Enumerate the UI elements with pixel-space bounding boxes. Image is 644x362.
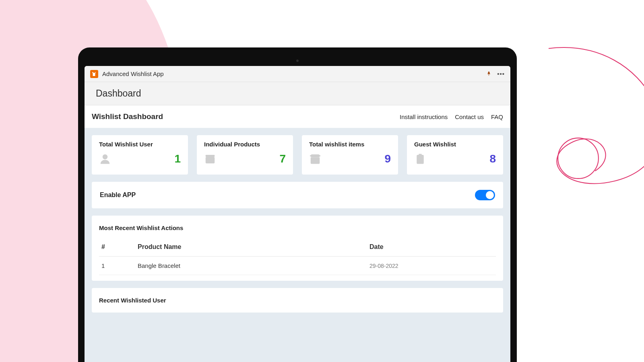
user-icon bbox=[99, 153, 111, 165]
svg-point-0 bbox=[558, 138, 599, 179]
link-faq[interactable]: FAQ bbox=[491, 113, 503, 120]
enable-app-toggle[interactable] bbox=[475, 190, 495, 200]
link-install-instructions[interactable]: Install instructions bbox=[400, 113, 448, 120]
stat-card-individual-products: Individual Products 7 bbox=[197, 135, 293, 175]
page-subtitle: Wishlist Dashboard bbox=[92, 112, 400, 121]
cell-index: 1 bbox=[99, 257, 135, 275]
pin-icon[interactable] bbox=[486, 70, 491, 78]
recent-users-panel: Recent Wishlisted User bbox=[92, 288, 503, 313]
col-header-date: Date bbox=[367, 238, 496, 257]
stat-card-total-wishlist-items: Total wishlist items 9 bbox=[302, 135, 398, 175]
cell-date: 29-08-2022 bbox=[367, 257, 496, 275]
recent-actions-table: # Product Name Date 1 Bangle Bracelet 29… bbox=[99, 238, 496, 275]
box-icon bbox=[204, 153, 216, 165]
enable-app-label: Enable APP bbox=[100, 191, 136, 199]
clipboard-icon bbox=[414, 153, 426, 165]
col-header-product: Product Name bbox=[135, 238, 367, 257]
stat-card-guest-wishlist: Guest Wishlist 8 bbox=[407, 135, 503, 175]
page-title: Dashboard bbox=[96, 88, 141, 99]
app-logo-icon bbox=[90, 70, 98, 78]
background-swirl bbox=[523, 44, 644, 213]
stat-title: Individual Products bbox=[204, 141, 286, 148]
laptop-frame: Advanced Wishlist App ••• Dashboard Wish… bbox=[78, 47, 517, 362]
svg-rect-3 bbox=[206, 155, 215, 157]
recent-users-title: Recent Wishlisted User bbox=[99, 297, 496, 304]
subheader-links: Install instructions Contact us FAQ bbox=[400, 113, 503, 120]
subheader: Wishlist Dashboard Install instructions … bbox=[85, 105, 510, 128]
pagetitle-bar: Dashboard bbox=[85, 82, 510, 105]
enable-app-panel: Enable APP bbox=[92, 182, 503, 208]
col-header-index: # bbox=[99, 238, 135, 257]
svg-rect-4 bbox=[417, 155, 424, 164]
table-row: 1 Bangle Bracelet 29-08-2022 bbox=[99, 257, 496, 275]
stat-title: Total wishlist items bbox=[309, 141, 391, 148]
link-contact-us[interactable]: Contact us bbox=[455, 113, 484, 120]
stat-title: Guest Wishlist bbox=[414, 141, 496, 148]
topbar: Advanced Wishlist App ••• bbox=[85, 66, 510, 82]
stats-row: Total Wishlist User 1 Individual Product… bbox=[92, 135, 503, 175]
svg-rect-5 bbox=[419, 154, 422, 156]
stat-value: 9 bbox=[384, 152, 391, 165]
stat-title: Total Wishlist User bbox=[99, 141, 181, 148]
recent-actions-title: Most Recent Wishlist Actions bbox=[99, 224, 496, 231]
more-icon[interactable]: ••• bbox=[497, 70, 505, 77]
svg-rect-2 bbox=[206, 157, 215, 163]
stat-value: 7 bbox=[279, 152, 286, 165]
cell-product: Bangle Bracelet bbox=[135, 257, 367, 275]
content-area: Total Wishlist User 1 Individual Product… bbox=[85, 128, 510, 362]
screen: Advanced Wishlist App ••• Dashboard Wish… bbox=[85, 66, 510, 362]
recent-actions-panel: Most Recent Wishlist Actions # Product N… bbox=[92, 216, 503, 281]
stat-card-total-wishlist-user: Total Wishlist User 1 bbox=[92, 135, 188, 175]
app-title: Advanced Wishlist App bbox=[102, 70, 486, 77]
svg-point-1 bbox=[103, 154, 108, 160]
openbox-icon bbox=[309, 153, 321, 165]
stat-value: 8 bbox=[489, 152, 496, 165]
stat-value: 1 bbox=[174, 152, 181, 165]
